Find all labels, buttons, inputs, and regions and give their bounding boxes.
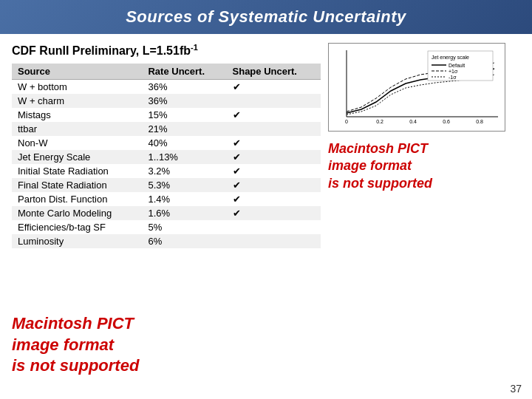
jet-energy-scale-chart: 0 0.2 0.4 0.6 0.8 Jet energy scale Defau… (328, 43, 505, 132)
cell-shape: ✔ (227, 108, 321, 122)
svg-text:-1σ: -1σ (449, 75, 457, 80)
cell-rate: 36% (142, 80, 226, 95)
table-row: W + charm36% (12, 94, 321, 108)
cell-shape: ✔ (227, 206, 321, 220)
check-icon: ✔ (233, 194, 241, 205)
col-source: Source (12, 64, 142, 80)
cell-source: Final State Radiation (12, 178, 142, 192)
cell-source: W + charm (12, 94, 142, 108)
cell-rate: 1..13% (142, 150, 226, 164)
cell-rate: 3.2% (142, 164, 226, 178)
cell-rate: 5.3% (142, 178, 226, 192)
cell-shape (227, 94, 321, 108)
cell-shape (227, 122, 321, 136)
cell-rate: 21% (142, 122, 226, 136)
table-row: Parton Dist. Function1.4%✔ (12, 192, 321, 206)
table-row: Initial State Radiation3.2%✔ (12, 164, 321, 178)
check-icon: ✔ (233, 166, 241, 177)
table-row: Mistags15%✔ (12, 108, 321, 122)
svg-text:0.2: 0.2 (376, 119, 383, 124)
left-panel: CDF RunII Preliminary, L=1.51fb-1 Source… (12, 43, 321, 248)
pict-notice-bottom: Macintosh PICTimage formatis not support… (12, 313, 139, 377)
table-header-row: Source Rate Uncert. Shape Uncert. (12, 64, 321, 80)
cell-source: Mistags (12, 108, 142, 122)
cell-source: Initial State Radiation (12, 164, 142, 178)
uncertainty-table: Source Rate Uncert. Shape Uncert. W + bo… (12, 64, 321, 248)
cell-rate: 36% (142, 94, 226, 108)
svg-text:Jet energy scale: Jet energy scale (432, 55, 469, 61)
cell-shape: ✔ (227, 164, 321, 178)
table-row: W + bottom36%✔ (12, 80, 321, 95)
cell-source: Non-W (12, 136, 142, 150)
check-icon: ✔ (233, 208, 241, 219)
cell-shape: ✔ (227, 150, 321, 164)
subtitle: CDF RunII Preliminary, L=1.51fb-1 (12, 43, 321, 58)
col-rate: Rate Uncert. (142, 64, 226, 80)
cell-source: W + bottom (12, 80, 142, 95)
cell-rate: 5% (142, 220, 226, 234)
table-row: Jet Energy Scale1..13%✔ (12, 150, 321, 164)
subtitle-superscript: -1 (191, 43, 198, 52)
svg-text:+1σ: +1σ (449, 69, 458, 74)
cell-rate: 6% (142, 234, 226, 248)
table-row: Monte Carlo Modeling1.6%✔ (12, 206, 321, 220)
table-row: Luminosity6% (12, 234, 321, 248)
page-title: Sources of Systematic Uncertainty (0, 7, 532, 27)
cell-source: ttbar (12, 122, 142, 136)
svg-text:0: 0 (345, 119, 348, 124)
main-content: CDF RunII Preliminary, L=1.51fb-1 Source… (0, 34, 532, 257)
cell-shape: ✔ (227, 80, 321, 95)
table-body: W + bottom36%✔W + charm36%Mistags15%✔ttb… (12, 80, 321, 249)
cell-shape (227, 220, 321, 234)
cell-shape (227, 234, 321, 248)
col-shape: Shape Uncert. (227, 64, 321, 80)
cell-shape: ✔ (227, 192, 321, 206)
svg-text:0.8: 0.8 (476, 119, 483, 124)
pict-notice-top: Macintosh PICTimage formatis not support… (328, 140, 520, 192)
svg-text:0.4: 0.4 (409, 119, 417, 124)
cell-rate: 15% (142, 108, 226, 122)
cell-shape: ✔ (227, 178, 321, 192)
chart-svg: 0 0.2 0.4 0.6 0.8 Jet energy scale Defau… (332, 47, 502, 128)
page-header: Sources of Systematic Uncertainty (0, 0, 532, 34)
cell-shape: ✔ (227, 136, 321, 150)
check-icon: ✔ (233, 151, 241, 163)
cell-rate: 1.4% (142, 192, 226, 206)
check-icon: ✔ (233, 180, 241, 191)
cell-source: Efficiencies/b-tag SF (12, 220, 142, 234)
right-panel: 0 0.2 0.4 0.6 0.8 Jet energy scale Defau… (328, 43, 520, 248)
cell-source: Monte Carlo Modeling (12, 206, 142, 220)
svg-text:0.6: 0.6 (443, 119, 450, 124)
cell-rate: 40% (142, 136, 226, 150)
svg-text:Default: Default (449, 63, 465, 68)
page-number: 37 (510, 383, 522, 395)
cell-source: Jet Energy Scale (12, 150, 142, 164)
subtitle-text: CDF RunII Preliminary, L=1.51fb (12, 44, 191, 57)
cell-rate: 1.6% (142, 206, 226, 220)
check-icon: ✔ (233, 137, 241, 149)
table-row: ttbar21% (12, 122, 321, 136)
cell-source: Luminosity (12, 234, 142, 248)
table-row: Efficiencies/b-tag SF5% (12, 220, 321, 234)
check-icon: ✔ (233, 81, 241, 92)
check-icon: ✔ (233, 109, 241, 120)
cell-source: Parton Dist. Function (12, 192, 142, 206)
table-row: Final State Radiation5.3%✔ (12, 178, 321, 192)
table-row: Non-W40%✔ (12, 136, 321, 150)
